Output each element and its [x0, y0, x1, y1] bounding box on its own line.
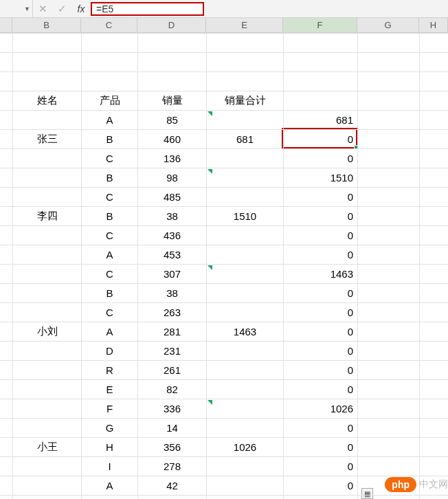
grand-total[interactable]: 4680 [206, 495, 283, 499]
th-product: 产品 [82, 91, 138, 111]
cell-sales[interactable]: 356 [138, 438, 207, 457]
cell-sales[interactable]: 453 [138, 245, 207, 265]
cell-sales[interactable]: 38 [138, 207, 207, 226]
col-header-h[interactable]: H [419, 18, 448, 32]
f-cell[interactable]: 0 [283, 129, 357, 148]
cell-product[interactable]: C [82, 188, 138, 207]
cancel-icon[interactable]: ✕ [33, 0, 52, 17]
confirm-icon[interactable]: ✓ [52, 0, 71, 17]
cell-sales[interactable]: 278 [138, 457, 207, 476]
cell-product[interactable]: B [82, 207, 138, 226]
f-cell[interactable]: 1026 [283, 399, 357, 418]
cell-product[interactable]: C [82, 265, 138, 284]
merge-indicator-icon [208, 265, 212, 270]
cell-sales[interactable]: 85 [138, 111, 207, 130]
col-header-c[interactable]: C [81, 18, 137, 32]
name-box[interactable]: ▼ [0, 0, 33, 17]
cell-sales[interactable]: 136 [138, 149, 207, 168]
cell-product[interactable]: G [82, 419, 138, 438]
th-total: 销量合计 [207, 91, 284, 111]
col-header-g[interactable]: G [357, 18, 419, 32]
formula-bar: ▼ ✕ ✓ fx =E5 [0, 0, 448, 18]
f-cell[interactable]: 1510 [283, 168, 357, 187]
cell-product[interactable]: B [82, 168, 138, 188]
cell-sales[interactable]: 281 [138, 322, 207, 342]
merge-indicator-icon [208, 169, 212, 174]
quick-analysis-icon[interactable]: ▦ [361, 488, 373, 499]
col-header-f[interactable]: F [283, 18, 357, 32]
f-cell[interactable]: 0 [283, 476, 357, 495]
spreadsheet-grid[interactable]: 姓名产品销量销量合计张三A85681B460C136李四B981510C485B… [0, 33, 448, 499]
formula-buttons: ✕ ✓ fx [33, 0, 91, 17]
cell-product[interactable]: C [82, 226, 138, 245]
f-cell[interactable]: 1463 [283, 264, 357, 283]
cell-product[interactable]: C [82, 303, 138, 322]
f-cell[interactable]: 0 [283, 418, 357, 437]
f-cell[interactable]: 0 [283, 245, 357, 264]
cell-sales[interactable]: 336 [138, 399, 207, 419]
cell-product[interactable]: E [82, 380, 138, 399]
cell-sales[interactable]: 231 [138, 342, 207, 361]
cell-sales[interactable]: 42 [138, 476, 207, 496]
formula-input-highlight: =E5 [91, 2, 204, 16]
th-name: 姓名 [13, 91, 82, 111]
f-cell[interactable]: 0 [283, 379, 357, 399]
cell-product[interactable]: A [82, 322, 138, 342]
formula-input[interactable]: =E5 [96, 3, 113, 14]
cell-product[interactable]: B [82, 284, 138, 303]
f-cell[interactable]: 0 [283, 148, 357, 168]
f-cell[interactable]: 0 [283, 360, 357, 379]
cell-product[interactable]: I [82, 457, 138, 476]
watermark: php 中文网 [385, 477, 448, 492]
merge-indicator-icon [208, 111, 212, 116]
cell-sales[interactable]: 82 [138, 380, 207, 399]
column-headers: B C D E F G H [0, 18, 448, 33]
cell-product[interactable]: D [82, 342, 138, 361]
f-cell[interactable]: 681 [283, 110, 357, 129]
cell-product[interactable]: C [82, 149, 138, 168]
cell-product[interactable]: H [82, 438, 138, 457]
cell-name[interactable]: 小王 [13, 399, 82, 496]
th-sales: 销量 [138, 91, 207, 111]
cell-sales[interactable]: 14 [138, 419, 207, 438]
cell-sales[interactable]: 485 [138, 188, 207, 207]
f-cell[interactable]: 0 [283, 283, 357, 302]
fx-icon[interactable]: fx [71, 0, 91, 17]
cell-total[interactable]: 1026 [207, 399, 284, 496]
cell-sales[interactable]: 436 [138, 226, 207, 245]
f-cell[interactable]: 0 [283, 322, 357, 341]
cell-sales[interactable]: 263 [138, 303, 207, 322]
chevron-down-icon[interactable]: ▼ [24, 5, 31, 12]
col-header-blank[interactable] [0, 18, 12, 32]
cell-sales[interactable]: 38 [138, 284, 207, 303]
cell-sales[interactable]: 460 [138, 130, 207, 149]
f-cell[interactable]: 0 [283, 225, 357, 245]
f-cell[interactable]: 0 [283, 341, 357, 360]
cell-total[interactable]: 681 [207, 111, 284, 168]
cell-product[interactable]: A [82, 476, 138, 496]
col-header-b[interactable]: B [12, 18, 81, 32]
data-table: 姓名产品销量销量合计张三A85681B460C136李四B981510C485B… [12, 91, 284, 496]
f-cell[interactable]: 0 [283, 187, 357, 206]
col-header-e[interactable]: E [206, 18, 283, 32]
col-header-d[interactable]: D [137, 18, 206, 32]
cell-product[interactable]: A [82, 245, 138, 265]
cell-sales[interactable]: 98 [138, 168, 207, 188]
f-cell[interactable]: 0 [283, 437, 357, 456]
f-cell[interactable]: 0 [283, 456, 357, 476]
cell-sales[interactable]: 261 [138, 361, 207, 380]
cell-total[interactable]: 1510 [207, 168, 284, 265]
cell-product[interactable]: A [82, 111, 138, 130]
merge-indicator-icon [208, 400, 212, 405]
cell-name[interactable]: 张三 [13, 111, 82, 168]
cell-product[interactable]: F [82, 399, 138, 419]
f-cell[interactable]: 0 [283, 206, 357, 225]
cell-name[interactable]: 李四 [13, 168, 82, 265]
cell-product[interactable]: R [82, 361, 138, 380]
watermark-text: 中文网 [419, 478, 448, 491]
cell-sales[interactable]: 307 [138, 265, 207, 284]
f-cell[interactable]: 0 [283, 302, 357, 322]
cell-product[interactable]: B [82, 130, 138, 149]
watermark-pill: php [385, 477, 416, 492]
